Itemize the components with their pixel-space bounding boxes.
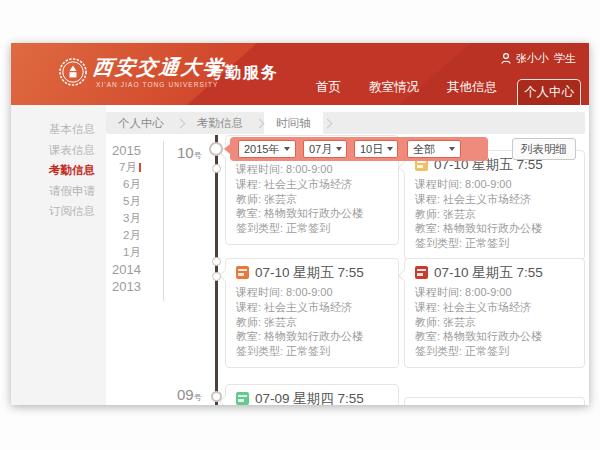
caret-down-icon <box>449 147 455 151</box>
service-title: 考勤服务 <box>207 63 279 84</box>
list-detail-button[interactable]: 列表明细 <box>512 138 576 160</box>
timeline-year-2015[interactable]: 2015 <box>96 142 141 159</box>
timeline-scale: 2015 7月 6月 5月 3月 2月 1月 2014 2013 <box>96 142 141 295</box>
chevron-right-icon <box>322 118 332 128</box>
timeline-node <box>212 164 221 173</box>
card-field-课程: 课程: 社会主义市场经济 <box>415 300 574 315</box>
sidebar-item-attendance[interactable]: 考勤信息 <box>11 160 106 181</box>
user-role: 学生 <box>554 51 576 66</box>
timeline-month-3[interactable]: 3月 <box>96 210 141 227</box>
chevron-right-icon <box>176 118 186 128</box>
timeline-month-1[interactable]: 1月 <box>96 244 141 261</box>
calendar-status-icon <box>236 266 249 279</box>
attendance-card: 07-10 星期五 7:55 课程时间: 8:00-9:00课程: 社会主义市场… <box>404 258 585 368</box>
card-body: 课程时间: 8:00-9:00课程: 社会主义市场经济教师: 张芸京教室: 格物… <box>405 174 584 259</box>
sidebar-item-basic-info[interactable]: 基本信息 <box>11 119 106 140</box>
timeline-year-2014[interactable]: 2014 <box>96 261 141 278</box>
calendar-status-icon <box>415 266 428 279</box>
caret-down-icon <box>336 147 342 151</box>
timeline-node <box>211 391 222 402</box>
timeline-node <box>212 272 221 281</box>
day-dropdown[interactable]: 10日 <box>354 140 398 158</box>
university-name-en: XI'AN JIAO TONG UNIVERSITY <box>96 81 218 88</box>
card-date: 07-10 星期五 7:55 <box>434 265 543 280</box>
year-dropdown[interactable]: 2015年 <box>238 140 296 158</box>
attendance-card: 07-10 星期五 7:55 课程时间: 8:00-9:00课程: 社会主义市场… <box>225 258 399 368</box>
card-field-签到类型: 签到类型: 正常签到 <box>236 344 388 359</box>
user-info[interactable]: 张小小 学生 <box>501 51 576 66</box>
card-date: 07-10 星期五 7:55 <box>255 265 364 280</box>
card-field-课程时间: 课程时间: 8:00-9:00 <box>236 285 388 300</box>
nav-item-classrooms[interactable]: 教室情况 <box>355 79 433 105</box>
card-field-教师: 教师: 张芸京 <box>236 192 388 207</box>
month-dropdown-value: 07月 <box>309 142 332 157</box>
year-dropdown-value: 2015年 <box>244 142 279 157</box>
attendance-card: 07-10 星期五 7:55 课程时间: 8:00-9:00课程: 社会主义市场… <box>404 150 585 260</box>
card-field-课程时间: 课程时间: 8:00-9:00 <box>236 162 388 177</box>
sidebar-item-timetable[interactable]: 课表信息 <box>11 140 106 161</box>
sidebar-item-subscription[interactable]: 订阅信息 <box>11 201 106 222</box>
university-seal-icon <box>58 57 88 87</box>
category-dropdown[interactable]: 全部 <box>407 140 461 158</box>
card-field-教室: 教室: 格物致知行政办公楼 <box>236 206 388 221</box>
breadcrumb-attendance-info[interactable]: 考勤信息 <box>185 112 255 134</box>
card-field-课程: 课程: 社会主义市场经济 <box>236 177 388 192</box>
date-filter-bar: 2015年 07月 10日 全部 <box>230 137 488 161</box>
breadcrumb: 个人中心 考勤信息 时间轴 <box>106 112 585 134</box>
attendance-card-partial <box>404 397 585 405</box>
nav-item-home[interactable]: 首页 <box>302 79 355 105</box>
sidebar-item-leave-request[interactable]: 请假申请 <box>11 181 106 202</box>
card-field-教室: 教室: 格物致知行政办公楼 <box>236 329 388 344</box>
breadcrumb-timeline[interactable]: 时间轴 <box>264 112 323 134</box>
card-field-教室: 教室: 格物致知行政办公楼 <box>415 221 574 236</box>
timeline-divider <box>163 141 164 301</box>
card-header: 07-10 星期五 7:55 <box>226 259 398 282</box>
card-field-课程时间: 课程时间: 8:00-9:00 <box>415 177 574 192</box>
day-dropdown-value: 10日 <box>360 142 383 157</box>
card-field-教师: 教师: 张芸京 <box>415 207 574 222</box>
nav-item-personal-center[interactable]: 个人中心 <box>517 79 581 105</box>
timeline-month-5[interactable]: 5月 <box>96 193 141 210</box>
timeline-node <box>212 257 221 266</box>
breadcrumb-personal-center[interactable]: 个人中心 <box>106 112 176 134</box>
timeline-month-2[interactable]: 2月 <box>96 227 141 244</box>
category-dropdown-value: 全部 <box>413 142 435 157</box>
chevron-right-icon <box>255 118 265 128</box>
timeline-year-2013[interactable]: 2013 <box>96 278 141 295</box>
card-date: 07-09 星期四 7:55 <box>255 391 364 405</box>
nav-item-other-info[interactable]: 其他信息 <box>433 79 511 105</box>
card-body: 课程时间: 8:00-9:00课程: 社会主义市场经济教师: 张芸京教室: 格物… <box>226 282 398 367</box>
timeline-month-6[interactable]: 6月 <box>96 176 141 193</box>
timeline-month-7[interactable]: 7月 <box>96 159 141 176</box>
caret-down-icon <box>284 147 290 151</box>
card-field-课程时间: 课程时间: 8:00-9:00 <box>415 285 574 300</box>
card-field-签到类型: 签到类型: 正常签到 <box>236 221 388 236</box>
card-header: 07-10 星期五 7:55 <box>405 259 584 282</box>
sidebar: 基本信息 课表信息 考勤信息 请假申请 订阅信息 <box>11 105 106 405</box>
caret-down-icon <box>387 147 393 151</box>
card-body: 课程时间: 8:00-9:00课程: 社会主义市场经济教师: 张芸京教室: 格物… <box>405 282 584 367</box>
timeline-day-10: 10号 <box>177 144 202 162</box>
timeline-axis <box>215 135 218 405</box>
timeline-day-09: 09号 <box>177 386 202 404</box>
card-field-教师: 教师: 张芸京 <box>236 315 388 330</box>
user-icon <box>501 53 511 64</box>
header: 西安交通大学 XI'AN JIAO TONG UNIVERSITY 考勤服务 张… <box>11 43 589 105</box>
card-field-教师: 教师: 张芸京 <box>415 315 574 330</box>
card-field-签到类型: 签到类型: 正常签到 <box>415 344 574 359</box>
main-nav: 首页 教室情况 其他信息 个人中心 <box>302 79 581 105</box>
card-header: 07-09 星期四 7:55 <box>226 385 398 405</box>
app-window: 西安交通大学 XI'AN JIAO TONG UNIVERSITY 考勤服务 张… <box>11 43 589 405</box>
user-name: 张小小 <box>516 51 549 66</box>
attendance-card: 07-09 星期四 7:55 <box>225 384 399 405</box>
month-dropdown[interactable]: 07月 <box>303 140 347 158</box>
card-field-教室: 教室: 格物致知行政办公楼 <box>415 329 574 344</box>
card-field-签到类型: 签到类型: 正常签到 <box>415 236 574 251</box>
card-field-课程: 课程: 社会主义市场经济 <box>415 192 574 207</box>
card-body: 课程时间: 8:00-9:00课程: 社会主义市场经济教师: 张芸京教室: 格物… <box>226 159 398 244</box>
calendar-status-icon <box>236 392 249 405</box>
card-field-课程: 课程: 社会主义市场经济 <box>236 300 388 315</box>
timeline-node <box>209 142 223 156</box>
